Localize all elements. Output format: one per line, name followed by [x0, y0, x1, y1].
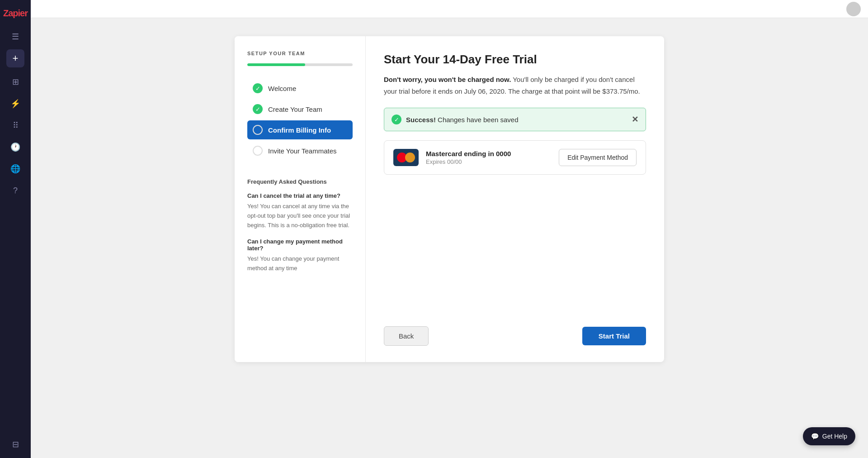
setup-card: SETUP YOUR TEAM ✓ Welcome ✓ Create Your … [235, 36, 664, 362]
step-empty-invite-teammates [253, 146, 263, 156]
trial-desc-bold: Don't worry, you won't be charged now. [384, 76, 511, 83]
payment-info: Mastercard ending in 0000 Expires 00/00 [426, 150, 552, 165]
faq-question-2: Can I change my payment method later? [247, 238, 353, 252]
mastercard-icon [393, 149, 419, 166]
faq-title: Frequently Asked Questions [247, 178, 353, 185]
step-label-create-team: Create Your Team [268, 105, 322, 113]
mc-circle-right [405, 153, 415, 162]
menu-icon[interactable]: ☰ [6, 28, 24, 46]
faq-question-1: Can I cancel the trial at any time? [247, 192, 353, 199]
step-label-confirm-billing: Confirm Billing Info [268, 126, 331, 134]
add-button[interactable]: + [6, 49, 24, 67]
start-trial-button[interactable]: Start Trial [582, 327, 646, 345]
step-confirm-billing[interactable]: Confirm Billing Info [247, 120, 353, 139]
setup-section-title: SETUP YOUR TEAM [247, 51, 353, 56]
content-wrapper: SETUP YOUR TEAM ✓ Welcome ✓ Create Your … [31, 18, 868, 458]
dashboard-icon[interactable]: ⊞ [6, 73, 24, 91]
grid-icon[interactable]: ⠿ [6, 116, 24, 134]
progress-bar-container [247, 63, 353, 66]
faq-answer-2: Yes! You can change your payment method … [247, 254, 353, 273]
success-text-rest: Changes have been saved [436, 116, 519, 124]
success-content: ✓ Success! Changes have been saved [392, 114, 519, 124]
globe-icon[interactable]: 🌐 [6, 160, 24, 178]
trial-title: Start Your 14-Day Free Trial [384, 52, 646, 67]
chat-icon: 💬 [811, 433, 819, 440]
success-banner: ✓ Success! Changes have been saved ✕ [384, 108, 646, 131]
faq-answer-1: Yes! You can cancel at any time via the … [247, 202, 353, 230]
chat-button[interactable]: 💬 Get Help [803, 427, 855, 445]
step-label-invite-teammates: Invite Your Teammates [268, 147, 336, 155]
chat-label: Get Help [822, 433, 847, 440]
app-logo: Zapier [3, 5, 28, 24]
payment-card: Mastercard ending in 0000 Expires 00/00 … [384, 140, 646, 175]
step-check-create-team: ✓ [253, 104, 263, 114]
faq-section: Frequently Asked Questions Can I cancel … [247, 178, 353, 273]
step-create-team[interactable]: ✓ Create Your Team [247, 100, 353, 119]
left-panel: SETUP YOUR TEAM ✓ Welcome ✓ Create Your … [235, 36, 366, 362]
success-close-button[interactable]: ✕ [632, 114, 638, 124]
bottom-actions: Back Start Trial [384, 317, 646, 346]
back-button[interactable]: Back [384, 326, 429, 346]
right-panel: Start Your 14-Day Free Trial Don't worry… [366, 36, 664, 362]
success-text-bold: Success! [406, 116, 436, 124]
lightning-icon[interactable]: ⚡ [6, 95, 24, 113]
step-label-welcome: Welcome [268, 85, 296, 92]
top-bar [31, 0, 868, 18]
step-check-welcome: ✓ [253, 83, 263, 93]
settings-icon[interactable]: ⊟ [6, 435, 24, 453]
trial-description: Don't worry, you won't be charged now. Y… [384, 74, 646, 97]
clock-icon[interactable]: 🕐 [6, 138, 24, 156]
step-welcome[interactable]: ✓ Welcome [247, 79, 353, 98]
edit-payment-button[interactable]: Edit Payment Method [559, 149, 637, 166]
main-area: SETUP YOUR TEAM ✓ Welcome ✓ Create Your … [31, 0, 868, 458]
progress-bar-fill [247, 63, 305, 66]
success-text: Success! Changes have been saved [406, 116, 519, 124]
help-icon[interactable]: ? [6, 181, 24, 200]
payment-expiry: Expires 00/00 [426, 158, 552, 165]
payment-card-name: Mastercard ending in 0000 [426, 150, 552, 157]
progress-bar-background [247, 63, 353, 66]
success-check-icon: ✓ [392, 114, 401, 124]
user-avatar[interactable] [846, 2, 861, 16]
step-invite-teammates[interactable]: Invite Your Teammates [247, 141, 353, 160]
sidebar: Zapier ☰ + ⊞ ⚡ ⠿ 🕐 🌐 ? ⊟ [0, 0, 31, 458]
step-empty-confirm-billing [253, 125, 263, 135]
